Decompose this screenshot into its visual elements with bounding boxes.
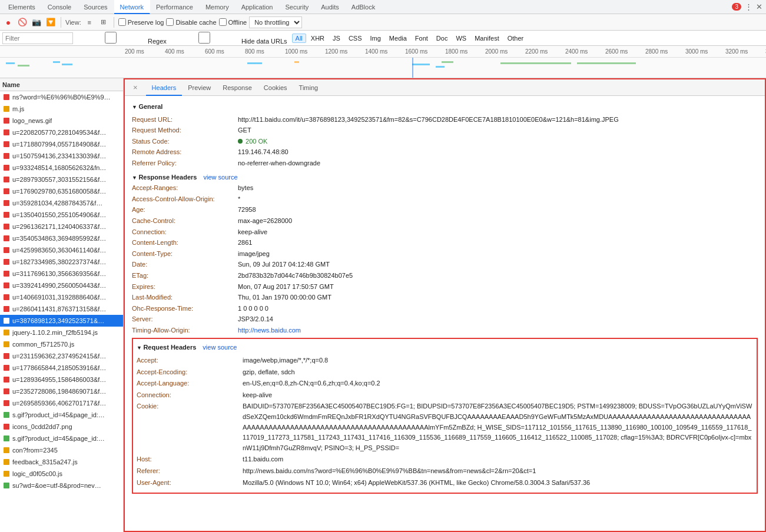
field-value: Mon, 07 Aug 2017 17:50:57 GMT — [238, 282, 758, 292]
filter-btn-font[interactable]: Font — [412, 34, 432, 43]
offline-checkbox[interactable] — [219, 18, 227, 26]
file-item[interactable]: s.gif?product_id=45&page_id:… — [0, 409, 123, 421]
detail-close-button[interactable]: × — [127, 79, 144, 96]
response-headers-view-source[interactable]: view source — [204, 174, 238, 181]
file-item[interactable]: u=4259983650,3630461140&f… — [0, 244, 123, 256]
tab-preview[interactable]: Preview — [182, 79, 217, 96]
filter-btn-img[interactable]: Img — [367, 34, 384, 43]
general-section-title[interactable]: General — [132, 102, 758, 112]
file-item[interactable]: su?wd=&oe=utf-8&prod=nev… — [0, 480, 123, 491]
tab-cookies[interactable]: Cookies — [258, 79, 293, 96]
file-name: u=1406691031,3192888640&f… — [12, 294, 106, 301]
svg-rect-7 — [436, 66, 445, 68]
filter-btn-css[interactable]: CSS — [345, 34, 366, 43]
file-item[interactable]: jquery-1.10.2.min_f2fb5194.js — [0, 327, 123, 338]
tab-headers[interactable]: Headers — [146, 79, 183, 96]
file-item[interactable]: u=1778665844,2185053916&f… — [0, 362, 123, 374]
tab-memory[interactable]: Memory — [200, 0, 236, 14]
throttle-select[interactable]: No throttling — [249, 16, 302, 28]
request-header-row: Referer:http://news.baidu.com/ns?word=%E… — [137, 466, 753, 477]
file-item[interactable]: u=933248514,1680562632&fn… — [0, 162, 123, 174]
regex-checkbox[interactable] — [75, 32, 146, 44]
file-item[interactable]: u=359281034,4288784357&f… — [0, 197, 123, 209]
file-item[interactable]: u=2860411431,8763713158&f… — [0, 303, 123, 315]
file-item[interactable]: u=1507594136,2334133039&f… — [0, 150, 123, 162]
file-type-icon — [2, 399, 11, 407]
filter-btn-js[interactable]: JS — [329, 34, 344, 43]
record-button[interactable]: ● — [2, 16, 14, 28]
file-item[interactable]: logic_d0f05c00.js — [0, 468, 123, 480]
tab-adblock[interactable]: AdBlock — [346, 0, 382, 14]
file-item[interactable]: u=2961362171,1240406337&f… — [0, 221, 123, 232]
tab-network[interactable]: Network — [114, 0, 150, 14]
file-item[interactable]: ns?word=%E6%96%B0%E9%9… — [0, 91, 123, 103]
file-item[interactable]: u=1827334985,3802237374&f… — [0, 256, 123, 268]
filter-btn-manifest[interactable]: Manifest — [471, 34, 503, 43]
field-value: 2861 — [238, 238, 758, 248]
close-devtools-icon[interactable]: ✕ — [756, 2, 762, 11]
tab-timing[interactable]: Timing — [293, 79, 324, 96]
request-headers-view-source[interactable]: view source — [203, 344, 237, 351]
more-options-icon[interactable]: ⋮ — [745, 2, 752, 11]
field-link[interactable]: http://news.baidu.com — [238, 327, 301, 334]
capture-screenshot-button[interactable]: 📷 — [31, 16, 42, 28]
file-type-icon — [2, 117, 11, 125]
tab-response[interactable]: Response — [217, 79, 258, 96]
filter-btn-all[interactable]: All — [292, 34, 306, 43]
request-header-row: Connection:keep-alive — [137, 390, 753, 401]
request-headers-title[interactable]: Request Headers — [137, 344, 196, 351]
view-grid-icon[interactable]: ⊞ — [98, 16, 110, 28]
filter-btn-media[interactable]: Media — [386, 34, 410, 43]
file-item[interactable]: feedback_8315a247.js — [0, 456, 123, 468]
regex-label[interactable]: Regex — [75, 32, 167, 45]
disable-cache-label[interactable]: Disable cache — [166, 18, 216, 26]
preserve-log-checkbox[interactable] — [118, 18, 126, 26]
file-item[interactable]: u=2352728086,1984869071&f… — [0, 385, 123, 397]
file-item[interactable]: u=2695859366,4062701717&f… — [0, 397, 123, 409]
field-name: Last-Modified: — [132, 292, 238, 303]
hide-data-urls-label[interactable]: Hide data URLs — [169, 32, 287, 45]
file-item[interactable]: s.gif?product_id=45&page_id:… — [0, 433, 123, 444]
filter-btn-doc[interactable]: Doc — [433, 34, 452, 43]
clear-button[interactable]: 🚫 — [16, 16, 28, 28]
file-name: u=1289364955,1586486003&f… — [12, 376, 106, 383]
file-item[interactable]: con?from=2345 — [0, 444, 123, 456]
file-item[interactable]: m.js — [0, 103, 123, 115]
file-item[interactable]: common_f5712570.js — [0, 338, 123, 350]
file-item[interactable]: icons_0cdd2dd7.png — [0, 421, 123, 433]
file-item[interactable]: u=2897930557,3031552156&f… — [0, 174, 123, 185]
file-item[interactable]: u=2208205770,2281049534&f… — [0, 127, 123, 138]
tab-application[interactable]: Application — [236, 0, 280, 14]
file-item[interactable]: u=1769029780,6351680058&f… — [0, 185, 123, 197]
file-item[interactable]: logo_news.gif — [0, 115, 123, 127]
hide-data-urls-checkbox[interactable] — [169, 32, 240, 44]
response-headers-title[interactable]: Response Headers — [132, 174, 197, 181]
tab-elements[interactable]: Elements — [2, 0, 42, 14]
file-item[interactable]: u=1406691031,3192888640&f… — [0, 291, 123, 303]
file-item[interactable]: u=2311596362,2374952415&f… — [0, 350, 123, 362]
file-item[interactable]: u=3540534863,3694895992&f… — [0, 232, 123, 244]
filter-input[interactable] — [2, 32, 73, 44]
tab-console[interactable]: Console — [42, 0, 78, 14]
file-type-icon — [2, 340, 11, 348]
filter-btn-xhr[interactable]: XHR — [307, 34, 328, 43]
tab-sources[interactable]: Sources — [78, 0, 114, 14]
field-value: http://news.baidu.com — [238, 325, 758, 336]
filter-icon[interactable]: 🔽 — [45, 16, 57, 28]
filter-btn-other[interactable]: Other — [504, 34, 528, 43]
file-item[interactable]: u=3392414990,2560050443&f… — [0, 280, 123, 291]
tab-audits[interactable]: Audits — [315, 0, 346, 14]
disable-cache-checkbox[interactable] — [166, 18, 174, 26]
filter-btn-ws[interactable]: WS — [452, 34, 470, 43]
file-item[interactable]: u=1350401550,2551054906&f… — [0, 209, 123, 221]
view-list-icon[interactable]: ≡ — [84, 16, 95, 28]
file-item[interactable]: u=1289364955,1586486003&f… — [0, 374, 123, 385]
offline-label[interactable]: Offline — [219, 18, 247, 26]
file-item[interactable]: u=1718807994,0557184908&f… — [0, 138, 123, 150]
file-item[interactable]: u=3117696130,3566369356&f… — [0, 268, 123, 280]
tab-performance[interactable]: Performance — [150, 0, 200, 14]
tab-security[interactable]: Security — [279, 0, 315, 14]
file-item[interactable]: u=3876898123,3492523571&… — [0, 315, 123, 327]
preserve-log-label[interactable]: Preserve log — [118, 18, 164, 26]
file-type-icon — [2, 164, 11, 172]
